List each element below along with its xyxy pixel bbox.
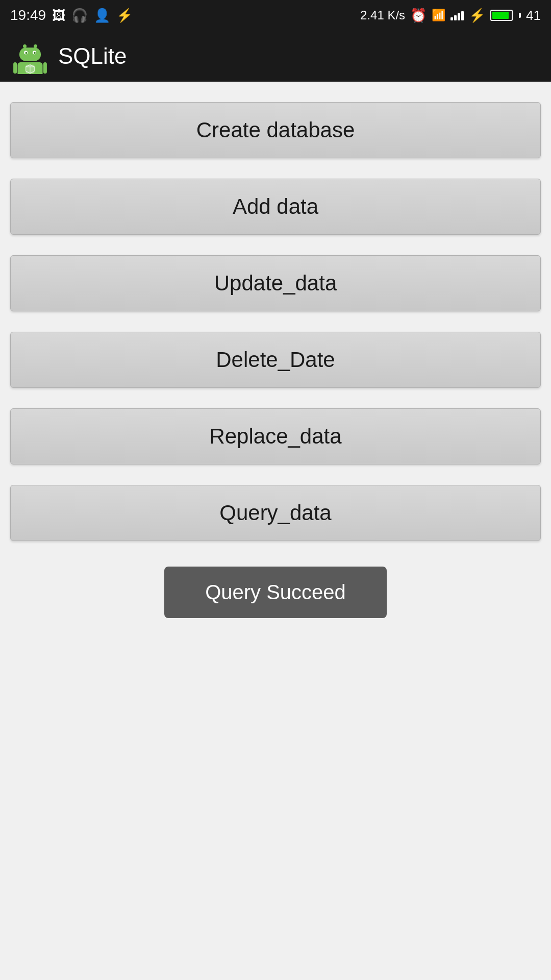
svg-rect-8 <box>13 62 17 74</box>
network-speed: 2.41 K/s <box>360 8 405 22</box>
svg-point-1 <box>34 44 37 48</box>
image-icon: 🖼 <box>52 8 65 23</box>
android-logo-icon <box>12 38 48 74</box>
query-result-text: Query Succeed <box>205 581 346 603</box>
svg-rect-2 <box>19 47 41 61</box>
delete-date-button[interactable]: Delete_Date <box>10 332 541 388</box>
svg-point-5 <box>26 52 28 54</box>
app-title: SQLite <box>58 43 127 69</box>
svg-point-0 <box>23 44 27 48</box>
bolt-icon: ⚡ <box>469 8 485 23</box>
alarm-icon: ⏰ <box>410 8 427 23</box>
main-content: Create database Add data Update_data Del… <box>0 82 551 633</box>
wifi-icon: 📶 <box>432 9 445 22</box>
create-database-button[interactable]: Create database <box>10 102 541 158</box>
status-time: 19:49 <box>10 7 46 23</box>
title-bar: SQLite <box>0 31 551 82</box>
battery-icon <box>490 10 513 21</box>
svg-point-6 <box>34 52 36 54</box>
update-data-button[interactable]: Update_data <box>10 255 541 311</box>
battery-level: 41 <box>526 8 541 23</box>
signal-icon <box>450 10 464 20</box>
status-left: 19:49 🖼 🎧 👤 ⚡ <box>10 7 133 23</box>
headset-icon: 🎧 <box>71 8 88 23</box>
replace-data-button[interactable]: Replace_data <box>10 408 541 464</box>
status-right: 2.41 K/s ⏰ 📶 ⚡ 41 <box>360 8 541 23</box>
svg-rect-9 <box>43 62 47 74</box>
result-area: Query Succeed <box>10 567 541 618</box>
status-bar: 19:49 🖼 🎧 👤 ⚡ 2.41 K/s ⏰ 📶 ⚡ 41 <box>0 0 551 31</box>
query-data-button[interactable]: Query_data <box>10 485 541 541</box>
query-result-badge: Query Succeed <box>164 567 387 618</box>
add-data-button[interactable]: Add data <box>10 179 541 235</box>
person-icon: 👤 <box>94 8 110 23</box>
usb-icon: ⚡ <box>116 8 133 23</box>
